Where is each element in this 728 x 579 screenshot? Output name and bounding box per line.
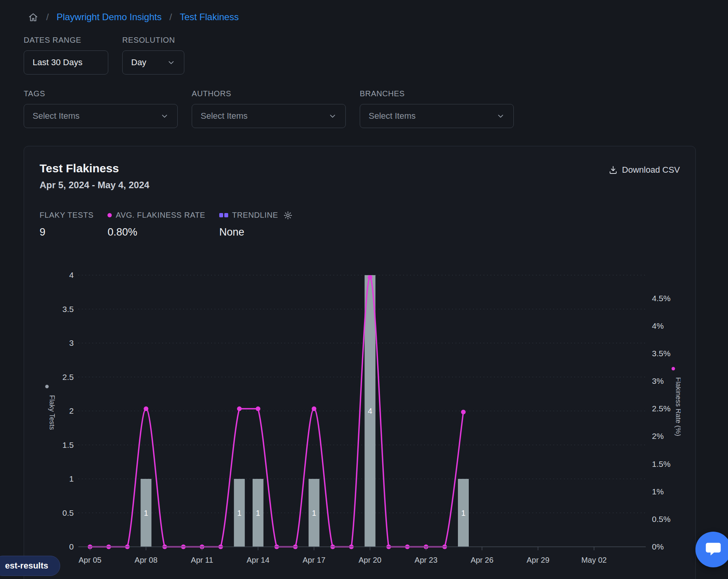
tags-select[interactable]: Select Items <box>24 104 178 128</box>
chat-icon <box>704 541 722 558</box>
filter-row-2: TAGS Select Items AUTHORS Select Items B… <box>24 89 728 128</box>
branches-select[interactable]: Select Items <box>360 104 514 128</box>
flaky-tests-value: 9 <box>40 226 94 238</box>
gear-icon[interactable] <box>284 211 292 220</box>
chevron-down-icon <box>160 112 169 120</box>
svg-text:2: 2 <box>69 406 74 415</box>
svg-text:3.5%: 3.5% <box>652 349 671 358</box>
branch-tag[interactable]: est-results <box>0 556 60 576</box>
resolution-select[interactable]: Day <box>122 50 184 75</box>
filter-row-1: DATES RANGE Last 30 Days RESOLUTION Day <box>24 36 728 75</box>
branches-placeholder: Select Items <box>369 111 416 121</box>
resolution-value: Day <box>131 57 146 68</box>
authors-label: AUTHORS <box>192 89 346 98</box>
svg-text:1.5: 1.5 <box>62 440 74 449</box>
tags-label: TAGS <box>24 89 178 98</box>
svg-text:1.5%: 1.5% <box>652 459 671 468</box>
chevron-down-icon <box>496 112 505 120</box>
flaky-tests-label-text: FLAKY TESTS <box>40 211 94 220</box>
avg-rate-value: 0.80% <box>107 226 205 238</box>
svg-text:Apr 20: Apr 20 <box>359 556 381 564</box>
home-icon[interactable] <box>28 12 38 23</box>
authors-group: AUTHORS Select Items <box>192 89 346 128</box>
svg-text:0.5: 0.5 <box>62 508 74 517</box>
flaky-tests-label: FLAKY TESTS <box>40 211 94 220</box>
tags-placeholder: Select Items <box>33 111 80 121</box>
svg-text:2%: 2% <box>652 432 664 440</box>
chart-area: 111141Apr 05Apr 08Apr 11Apr 14Apr 17Apr … <box>40 264 680 574</box>
svg-text:Apr 11: Apr 11 <box>191 556 213 564</box>
svg-text:4.5%: 4.5% <box>652 294 671 303</box>
svg-text:1: 1 <box>312 509 316 517</box>
stat-flaky-tests: FLAKY TESTS 9 <box>40 211 94 238</box>
breadcrumb: / Playwright Demo Insights / Test Flakin… <box>0 0 728 23</box>
card-date-range: Apr 5, 2024 - May 4, 2024 <box>40 180 149 191</box>
svg-text:Apr 08: Apr 08 <box>135 556 158 564</box>
download-icon <box>608 165 618 175</box>
chat-button[interactable] <box>695 532 728 567</box>
resolution-group: RESOLUTION Day <box>122 36 184 75</box>
svg-text:Flaky Tests: Flaky Tests <box>48 395 56 430</box>
dates-range-value: Last 30 Days <box>33 57 82 68</box>
chevron-down-icon <box>328 112 337 120</box>
breadcrumb-link-insights[interactable]: Playwright Demo Insights <box>57 12 162 23</box>
trendline-legend-icon <box>219 213 228 217</box>
dates-range-group: DATES RANGE Last 30 Days <box>24 36 108 75</box>
svg-text:4: 4 <box>69 270 74 279</box>
trendline-legend: TRENDLINE <box>219 211 292 220</box>
flakiness-chart-canvas[interactable]: 111141Apr 05Apr 08Apr 11Apr 14Apr 17Apr … <box>40 264 681 574</box>
download-csv-label: Download CSV <box>622 165 680 175</box>
download-csv-button[interactable]: Download CSV <box>608 165 680 175</box>
svg-text:Apr 14: Apr 14 <box>246 556 269 564</box>
stat-trendline: TRENDLINE None <box>219 211 292 238</box>
svg-text:0%: 0% <box>652 542 664 551</box>
svg-text:4%: 4% <box>652 321 664 330</box>
card-title: Test Flakiness <box>40 162 149 175</box>
svg-text:2.5%: 2.5% <box>652 404 671 413</box>
svg-text:3%: 3% <box>652 376 664 385</box>
svg-text:Apr 26: Apr 26 <box>471 556 494 564</box>
branches-label: BRANCHES <box>360 89 514 98</box>
svg-text:Apr 05: Apr 05 <box>79 556 102 564</box>
svg-text:Apr 17: Apr 17 <box>303 556 326 564</box>
breadcrumb-separator: / <box>169 12 172 23</box>
breadcrumb-link-test-flakiness[interactable]: Test Flakiness <box>180 12 239 23</box>
avg-rate-legend-dot-icon <box>107 213 112 217</box>
test-flakiness-card: Test Flakiness Apr 5, 2024 - May 4, 2024… <box>24 146 696 579</box>
svg-text:0.5%: 0.5% <box>652 515 671 524</box>
trendline-value: None <box>219 226 292 238</box>
card-header: Test Flakiness Apr 5, 2024 - May 4, 2024… <box>40 162 680 191</box>
filters: DATES RANGE Last 30 Days RESOLUTION Day … <box>0 36 728 128</box>
tags-group: TAGS Select Items <box>24 89 178 128</box>
svg-text:4: 4 <box>368 407 372 415</box>
svg-text:2.5: 2.5 <box>62 373 74 381</box>
svg-text:1: 1 <box>461 509 465 517</box>
avg-rate-legend: AVG. FLAKINESS RATE <box>107 211 205 220</box>
svg-text:1: 1 <box>144 509 148 517</box>
svg-text:Flakiness Rate (%): Flakiness Rate (%) <box>674 377 681 436</box>
authors-select[interactable]: Select Items <box>192 104 346 128</box>
svg-text:1: 1 <box>69 474 74 483</box>
svg-text:1: 1 <box>256 509 260 517</box>
svg-text:3: 3 <box>69 338 74 347</box>
chevron-down-icon <box>167 58 175 67</box>
branches-group: BRANCHES Select Items <box>360 89 514 128</box>
dates-range-button[interactable]: Last 30 Days <box>24 50 108 75</box>
svg-text:May 02: May 02 <box>581 556 607 564</box>
breadcrumb-separator: / <box>46 12 49 23</box>
svg-text:1%: 1% <box>652 487 664 496</box>
dates-range-label: DATES RANGE <box>24 36 108 45</box>
svg-text:3.5: 3.5 <box>62 305 74 314</box>
avg-rate-label-text: AVG. FLAKINESS RATE <box>116 211 205 220</box>
stat-avg-flakiness-rate: AVG. FLAKINESS RATE 0.80% <box>107 211 205 238</box>
svg-text:0: 0 <box>69 542 74 551</box>
svg-text:1: 1 <box>237 509 241 517</box>
svg-text:Apr 23: Apr 23 <box>414 556 437 564</box>
stats-row: FLAKY TESTS 9 AVG. FLAKINESS RATE 0.80% … <box>40 211 680 238</box>
trendline-label-text: TRENDLINE <box>232 211 278 220</box>
resolution-label: RESOLUTION <box>122 36 184 45</box>
card-title-block: Test Flakiness Apr 5, 2024 - May 4, 2024 <box>40 162 149 191</box>
svg-text:Apr 29: Apr 29 <box>527 556 549 564</box>
authors-placeholder: Select Items <box>201 111 248 121</box>
